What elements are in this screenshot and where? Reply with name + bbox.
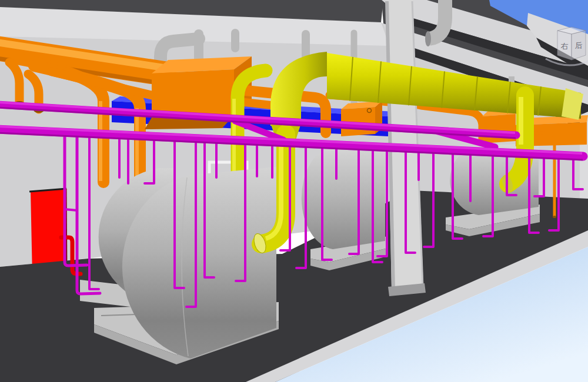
junction-box-orange-small[interactable] xyxy=(341,101,382,136)
tank-middle[interactable] xyxy=(302,143,388,270)
pipe-gray-end-cap xyxy=(425,31,431,46)
pipe-magenta-link[interactable] xyxy=(65,209,77,210)
box-front[interactable] xyxy=(152,69,234,118)
box-front[interactable] xyxy=(482,114,516,143)
viewcube-back-label[interactable]: 后 xyxy=(575,41,583,50)
viewport-3d[interactable]: 右 后 xyxy=(0,0,588,382)
pipe-orange-end-cap xyxy=(553,216,556,218)
viewcube-right-label[interactable]: 右 xyxy=(561,42,569,51)
